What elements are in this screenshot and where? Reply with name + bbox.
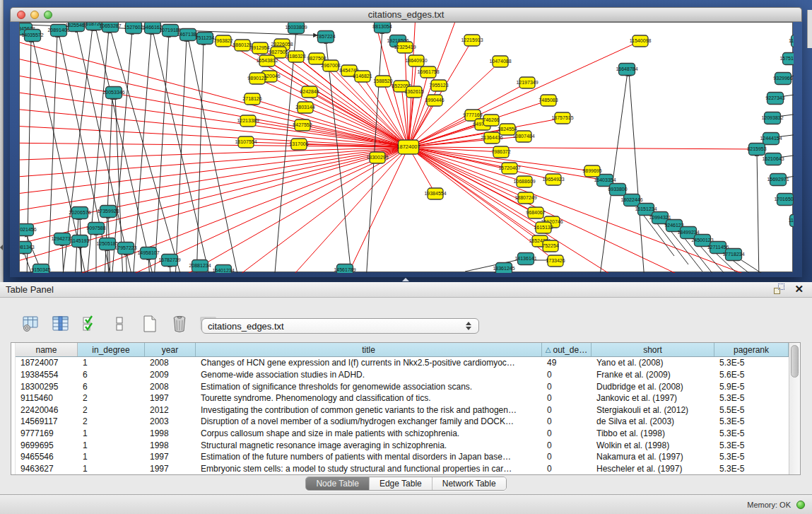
delete-column-icon[interactable] [168,313,191,335]
network-node[interactable]: 21364436 [481,132,502,144]
cell-in_degree[interactable]: 6 [78,380,145,392]
cell-name[interactable]: 14569117 [16,416,78,428]
cell-short[interactable]: Hescheler et al. (1997) [592,462,714,474]
table-row[interactable]: 1830029562008Estimation of significance … [16,380,789,392]
edge[interactable] [87,29,109,273]
network-node[interactable]: 8427552 [293,119,312,131]
window-titlebar[interactable]: citations_edges.txt [10,7,802,22]
cell-out_de[interactable]: 0 [542,380,592,392]
cell-in_degree[interactable]: 2 [78,416,145,428]
table-mode-icon[interactable] [20,313,42,335]
cell-out_de[interactable]: 0 [542,416,592,428]
network-node[interactable]: 18640910 [405,55,427,66]
network-node[interactable]: 1167534 [789,215,794,227]
network-node[interactable]: 9227343 [765,93,784,105]
cell-title[interactable]: Genome-wide association studies in ADHD. [196,369,542,381]
network-node[interactable]: 19654923 [542,174,564,185]
network-node[interactable]: 12444154 [760,133,782,145]
tab-network-table[interactable]: Network Table [433,477,506,490]
cell-out_de[interactable]: 0 [542,451,592,463]
cell-name[interactable]: 9699695 [16,439,78,451]
network-node[interactable]: 17359928 [97,206,119,218]
network-node[interactable]: 12197349 [516,77,538,88]
cell-title[interactable]: Disruption of a novel member of a sodium… [196,416,542,428]
cell-short[interactable]: Dudbridge et al. (2008) [592,380,714,392]
cell-title[interactable]: Embryonic stem cells: a model to study s… [196,462,542,474]
cell-pagerank[interactable]: 5.3E-5 [714,439,789,451]
cell-title[interactable]: Investigating the contribution of common… [196,404,542,416]
network-node[interactable]: 2803144 [295,102,314,113]
network-node[interactable]: 746266 [483,115,499,126]
edge[interactable] [232,147,408,273]
network-node[interactable]: 17016504 [774,194,794,206]
cell-name[interactable]: 9463627 [16,462,78,474]
edge[interactable] [20,90,408,147]
cell-name[interactable]: 18724007 [16,357,78,369]
table-selector-dropdown[interactable]: citations_edges.txt [201,318,479,334]
network-node[interactable]: 8860128 [233,40,252,51]
edge[interactable] [757,152,759,273]
cell-name[interactable]: 18300295 [16,380,78,392]
cell-year[interactable]: 2012 [145,404,196,416]
close-panel-icon[interactable]: ✕ [794,284,804,294]
cell-pagerank[interactable]: 5.3E-5 [714,428,789,440]
cell-year[interactable]: 2003 [145,416,196,428]
network-node[interactable]: 8186328 [286,51,305,62]
network-node[interactable]: 10474088 [489,56,511,67]
network-node[interactable]: 10807484 [512,131,534,142]
cell-year[interactable]: 1997 [145,392,196,404]
network-node[interactable]: 20053346 [102,87,124,99]
network-node[interactable]: 20206576 [69,207,90,219]
cell-out_de[interactable]: 0 [542,404,592,416]
network-node[interactable]: 7857224 [316,31,335,43]
network-node[interactable]: 16961758 [417,66,439,78]
network-node[interactable]: 10688609 [513,176,535,187]
float-window-icon[interactable] [774,284,784,294]
edge[interactable] [629,72,645,273]
cell-pagerank[interactable]: 5.3E-5 [714,416,789,428]
edge[interactable] [345,147,408,273]
network-node[interactable]: 17718234 [722,249,744,261]
network-node[interactable]: 18361245 [493,263,514,274]
cell-out_de[interactable]: 0 [542,439,592,451]
cell-out_de[interactable]: 49 [542,357,592,369]
network-node[interactable]: 12093832 [761,112,783,124]
cell-in_degree[interactable]: 1 [78,428,145,440]
cell-pagerank[interactable]: 5.3E-5 [714,451,789,463]
edge[interactable] [20,147,408,196]
network-node[interactable]: 15751074 [779,53,794,65]
cell-short[interactable]: Jankovic et al. (1997) [592,392,714,404]
cell-short[interactable]: Tibbo et al. (1998) [592,428,714,440]
cell-short[interactable]: Yano et al. (2008) [592,357,714,369]
column-header-short[interactable]: short [592,343,714,356]
network-node[interactable]: 9684067 [526,207,545,218]
network-node[interactable]: 12215913 [461,35,483,46]
network-node[interactable]: 9150345 [31,264,50,274]
table-row[interactable]: 977716911998Corpus callosum shape and si… [16,428,789,440]
vertical-scrollbar[interactable] [789,343,800,474]
column-header-in_degree[interactable]: in_degree [78,343,145,356]
table-row[interactable]: 1872400712008Changes of HCN gene express… [16,357,789,369]
network-node[interactable]: 16782739 [158,255,180,267]
cell-year[interactable]: 2008 [145,357,196,369]
network-node[interactable]: 15981343 [20,242,35,254]
network-node[interactable]: 9899695 [582,165,601,177]
table-row[interactable]: 911546021997Tourette syndrome. Phenomeno… [16,392,789,404]
cell-name[interactable]: 9777169 [16,428,78,440]
edge[interactable] [288,147,408,273]
cell-name[interactable]: 9465546 [16,451,78,463]
edge[interactable] [20,72,408,147]
new-column-icon[interactable] [139,313,161,335]
edge[interactable] [408,147,757,149]
network-node[interactable]: 18757515 [551,112,573,124]
edge[interactable] [366,30,382,273]
network-node[interactable]: 11123456 [789,35,794,47]
cell-out_de[interactable]: 0 [542,462,592,474]
cell-pagerank[interactable]: 5.5E-5 [714,404,789,416]
column-header-out_de[interactable]: △out_de… [542,343,592,356]
network-node[interactable]: 14561789 [334,264,355,274]
edge[interactable] [175,37,187,273]
network-node[interactable]: 16401234 [212,265,234,274]
edge[interactable] [188,37,239,273]
collapse-left-icon[interactable] [0,245,3,250]
